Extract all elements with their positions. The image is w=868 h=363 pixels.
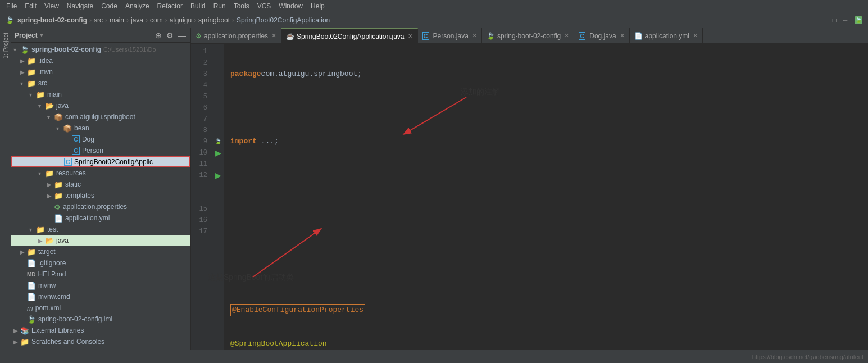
tree-item-mvn[interactable]: ▶ 📁 .mvn (11, 66, 190, 78)
menu-run[interactable]: Run (210, 1, 230, 11)
breadcrumb-main[interactable]: main (110, 16, 124, 24)
breadcrumb-class[interactable]: SpringBoot02ConfigApplication (237, 16, 330, 24)
tree-label-target: target (38, 248, 56, 256)
folder-icon-scratches: 📁 (20, 338, 29, 346)
tab-close-person[interactable]: ✕ (472, 32, 477, 39)
tree-item-static[interactable]: ▶ 📁 static (11, 179, 190, 190)
window-back-btn[interactable]: ← (842, 16, 849, 24)
tree-item-mvnwcmd[interactable]: 📄 mvnw.cmd (11, 291, 190, 302)
tree-arrow-mvn: ▶ (20, 69, 26, 75)
menu-help[interactable]: Help (307, 1, 329, 11)
tab-icon-spring-config: 🍃 (487, 32, 495, 40)
tab-close-spring-config[interactable]: ✕ (564, 32, 569, 39)
code-line-6 (230, 237, 861, 248)
menu-refactor[interactable]: Refactor (153, 1, 187, 11)
yml-icon-app-yml: 📄 (54, 214, 63, 223)
menu-build[interactable]: Build (187, 1, 210, 11)
tree-label-scratches: Scratches and Consoles (31, 338, 104, 346)
code-line-5 (230, 203, 861, 215)
menu-analyze[interactable]: Analyze (121, 1, 153, 11)
breadcrumb-atguigu[interactable]: atguigu (170, 16, 192, 24)
tree-item-java[interactable]: ▾ 📂 java (11, 100, 190, 111)
editor-area: ⚙ application.properties ✕ ☕ SpringBoot0… (191, 28, 868, 350)
breadcrumb-src[interactable]: src (94, 16, 103, 24)
tab-application-properties[interactable]: ⚙ application.properties ✕ (191, 28, 281, 44)
main-layout: 1: Project Project ▾ ⊕ ⚙ — ▾ 🍃 spring-bo… (0, 28, 868, 350)
menu-view[interactable]: View (40, 1, 63, 11)
tree-item-resources[interactable]: ▾ 📁 resources (11, 167, 190, 179)
menu-code[interactable]: Code (97, 1, 121, 11)
tree-item-root[interactable]: ▾ 🍃 spring-boot-02-config C:\Users\15231… (11, 44, 190, 55)
tree-item-app-yml[interactable]: 📄 application.yml (11, 212, 190, 224)
tree-path-root: C:\Users\15231\Do (103, 46, 156, 53)
panel-collapse-btn[interactable]: — (177, 31, 187, 40)
tree-item-person[interactable]: C Person (11, 145, 190, 156)
menu-navigate[interactable]: Navigate (63, 1, 97, 11)
file-icon-mvnw: 📄 (27, 282, 36, 290)
code-line-3: import ...; (230, 136, 861, 147)
tab-dog[interactable]: C Dog.java ✕ (574, 28, 629, 44)
tree-item-springboot-config[interactable]: C SpringBoot02ConfigApplic (11, 156, 190, 167)
tab-icon-springboot-config: ☕ (286, 33, 294, 40)
menu-vcs[interactable]: VCS (253, 1, 275, 11)
breadcrumb-java[interactable]: java (131, 16, 143, 24)
folder-icon-test-java: 📂 (45, 237, 54, 245)
panel-title: Project ▾ (15, 31, 43, 39)
tab-close-dog[interactable]: ✕ (620, 32, 625, 39)
tab-application-yml[interactable]: 📄 application.yml ✕ (630, 28, 703, 44)
file-tree: ▾ 🍃 spring-boot-02-config C:\Users\15231… (11, 43, 190, 350)
tree-item-src[interactable]: ▾ 📁 src (11, 78, 190, 89)
project-vertical-label[interactable]: 1: Project (1, 30, 10, 61)
tree-label-test-java: java (56, 237, 69, 244)
tree-label-gitignore: .gitignore (38, 259, 66, 267)
tab-close-app-yml[interactable]: ✕ (693, 32, 698, 39)
xml-icon-pom: m (27, 304, 33, 312)
tree-label-mvnw: mvnw (38, 282, 56, 289)
tree-item-dog[interactable]: C Dog (11, 134, 190, 145)
tree-item-templates[interactable]: ▶ 📁 templates (11, 190, 190, 201)
panel-actions: ⊕ ⚙ — (154, 31, 187, 40)
breadcrumb-com[interactable]: com (150, 16, 163, 24)
window-close-btn[interactable]: 🍃 (855, 16, 862, 24)
panel-locate-btn[interactable]: ⊕ (154, 31, 163, 40)
md-icon-help: MD (27, 271, 36, 278)
class-icon-person: C (72, 147, 80, 155)
code-content[interactable]: package com.atguigu.springboot; import .… (224, 44, 868, 350)
panel-settings-btn[interactable]: ⚙ (165, 31, 175, 40)
tree-item-main[interactable]: ▾ 📁 main (11, 89, 190, 100)
tree-item-external-libs[interactable]: ▶ 📚 External Libraries (11, 325, 190, 336)
run-icon-line10[interactable]: ▶ (212, 147, 224, 158)
menu-edit[interactable]: Edit (21, 1, 40, 11)
tree-item-mvnw[interactable]: 📄 mvnw (11, 280, 190, 291)
tree-item-scratches[interactable]: ▶ 📁 Scratches and Consoles (11, 336, 190, 347)
tree-item-idea[interactable]: ▶ 📁 .idea (11, 55, 190, 66)
tab-close-springboot-config[interactable]: ✕ (408, 33, 413, 40)
tab-close-app-props[interactable]: ✕ (271, 32, 276, 39)
tree-item-pomxml[interactable]: m pom.xml (11, 302, 190, 314)
run-icon-line12[interactable]: ▶ (212, 170, 224, 181)
project-panel: Project ▾ ⊕ ⚙ — ▾ 🍃 spring-boot-02-confi… (11, 28, 191, 350)
tree-item-helpmd[interactable]: MD HELP.md (11, 269, 190, 280)
tab-label-app-yml: application.yml (645, 32, 689, 40)
tree-arrow-root: ▾ (13, 47, 19, 53)
window-minimize-btn[interactable]: □ (833, 16, 837, 24)
menu-window[interactable]: Window (275, 1, 307, 11)
tab-spring-config[interactable]: 🍃 spring-boot-02-config ✕ (482, 28, 574, 44)
chevron-down-icon[interactable]: ▾ (40, 31, 43, 39)
tree-item-target[interactable]: ▶ 📁 target (11, 246, 190, 257)
folder-icon-test: 📁 (36, 225, 45, 234)
tree-item-app-props[interactable]: ⚙ application.properties (11, 201, 190, 212)
tree-item-test[interactable]: ▾ 📁 test (11, 224, 190, 235)
tree-item-iml[interactable]: 🍃 spring-boot-02-config.iml (11, 314, 190, 325)
title-bar: 🍃 spring-boot-02-config › src › main › j… (0, 12, 868, 28)
menu-file[interactable]: File (2, 1, 21, 11)
tree-item-bean[interactable]: ▾ 📦 bean (11, 122, 190, 134)
tree-item-package[interactable]: ▾ 📦 com.atguigu.springboot (11, 111, 190, 122)
breadcrumb-springboot[interactable]: springboot (198, 16, 230, 24)
tree-item-gitignore[interactable]: 📄 .gitignore (11, 257, 190, 269)
tab-springboot-config[interactable]: ☕ SpringBoot02ConfigApplication.java ✕ (281, 28, 417, 44)
tree-label-app-props: application.properties (63, 203, 127, 211)
menu-tools[interactable]: Tools (230, 1, 253, 11)
tab-person[interactable]: C Person.java ✕ (418, 28, 482, 44)
tree-item-test-java[interactable]: ▶ 📂 java (11, 235, 190, 246)
